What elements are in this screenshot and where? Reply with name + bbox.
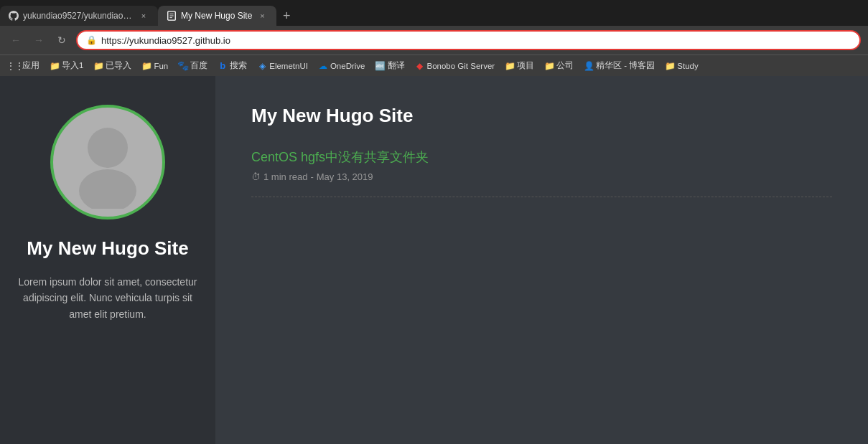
bookmarks-bar: ⋮⋮ 应用 📁 导入1 📁 已导入 📁 Fun 🐾 百度 b 搜索 ◈ Elem… [0, 55, 868, 76]
bookmark-import1-label: 导入1 [62, 60, 83, 71]
bookmark-project-label: 项目 [517, 60, 534, 71]
folder-icon-6: 📁 [665, 61, 675, 71]
forward-button[interactable]: → [30, 32, 47, 49]
elementui-icon: ◈ [257, 61, 267, 71]
forward-icon: → [34, 34, 44, 46]
bookmark-fun-label: Fun [154, 62, 168, 70]
tab-bar: yukundiao9527/yukundiao952... × My New H… [0, 0, 868, 26]
tab-github-label: yukundiao9527/yukundiao952... [23, 11, 134, 21]
folder-icon-1: 📁 [50, 61, 60, 71]
bookmark-imported[interactable]: 📁 已导入 [89, 59, 136, 72]
avatar-silhouette [61, 115, 154, 209]
sidebar: My New Hugo Site Lorem ipsum dolor sit a… [0, 76, 215, 444]
tab-hugo[interactable]: My New Hugo Site × [158, 6, 276, 26]
bookmark-company[interactable]: 📁 公司 [540, 59, 578, 72]
lock-icon: 🔒 [86, 35, 97, 45]
main-title: My New Hugo Site [251, 105, 832, 127]
bookmark-bsearch-label: 搜索 [230, 60, 247, 71]
bookmark-bonobo-label: Bonobo Git Server [427, 62, 495, 70]
post-read-time: 1 min read [263, 171, 307, 182]
page-icon [167, 11, 177, 21]
reload-icon: ↻ [57, 34, 66, 46]
new-tab-button[interactable]: + [276, 6, 297, 26]
post-title-1[interactable]: CentOS hgfs中没有共享文件夹 [251, 148, 832, 166]
bookmark-elementui[interactable]: ◈ ElemetnUI [253, 60, 312, 72]
folder-icon-4: 📁 [505, 61, 515, 71]
post-date: May 13, 2019 [317, 171, 373, 182]
svg-point-4 [88, 128, 128, 168]
bookmark-import1[interactable]: 📁 导入1 [45, 59, 88, 72]
tab-hugo-close[interactable]: × [256, 10, 268, 22]
url-text: https://yukundiao9527.github.io [101, 35, 851, 46]
bookmark-company-label: 公司 [556, 60, 574, 71]
browser-chrome: yukundiao9527/yukundiao952... × My New H… [0, 0, 868, 76]
svg-point-5 [79, 169, 136, 209]
bookmark-baidu[interactable]: 🐾 百度 [174, 59, 212, 72]
bookmark-onedrive-label: OneDrive [330, 62, 365, 70]
paw-icon: 🐾 [178, 61, 188, 71]
folder-icon-5: 📁 [544, 61, 554, 71]
folder-icon-3: 📁 [141, 61, 151, 71]
bookmark-imported-label: 已导入 [106, 60, 131, 71]
sidebar-description: Lorem ipsum dolor sit amet, consectetur … [0, 274, 215, 322]
onedrive-icon: ☁ [318, 61, 328, 71]
bookmark-project[interactable]: 📁 项目 [500, 59, 538, 72]
avatar [50, 105, 165, 219]
b-icon: b [218, 61, 228, 71]
tab-github-close[interactable]: × [138, 10, 149, 22]
page-content: My New Hugo Site Lorem ipsum dolor sit a… [0, 76, 868, 444]
bookmark-bonobo[interactable]: ◆ Bonobo Git Server [411, 60, 500, 72]
bookmark-elementui-label: ElemetnUI [269, 62, 308, 70]
bookmark-translate[interactable]: 🔤 翻译 [371, 59, 409, 72]
bookmark-fun[interactable]: 📁 Fun [137, 60, 172, 72]
reload-button[interactable]: ↻ [53, 32, 70, 49]
back-button[interactable]: ← [7, 32, 24, 49]
bookmark-study[interactable]: 📁 Study [661, 60, 702, 72]
github-icon [9, 11, 19, 21]
apps-icon: ⋮⋮ [10, 61, 20, 71]
back-icon: ← [11, 34, 21, 46]
bookmark-apps[interactable]: ⋮⋮ 应用 [6, 59, 44, 72]
bookmark-study-label: Study [677, 62, 698, 70]
main-content: My New Hugo Site CentOS hgfs中没有共享文件夹 ⏱ 1… [215, 76, 868, 444]
bookmark-apps-label: 应用 [22, 60, 39, 71]
post-meta-separator: - [310, 171, 313, 182]
bookmark-jinghua-label: 精华区 - 博客园 [596, 60, 655, 71]
bonobo-icon: ◆ [415, 61, 425, 71]
bookmark-baidu-label: 百度 [190, 60, 207, 71]
post-card-1: CentOS hgfs中没有共享文件夹 ⏱ 1 min read - May 1… [251, 148, 832, 197]
bookmark-b-search[interactable]: b 搜索 [213, 59, 251, 72]
sidebar-site-title: My New Hugo Site [27, 237, 188, 261]
folder-icon-2: 📁 [93, 61, 103, 71]
person-icon: 👤 [584, 61, 594, 71]
tab-hugo-label: My New Hugo Site [181, 11, 252, 21]
bookmark-translate-label: 翻译 [388, 60, 405, 71]
address-bar: ← → ↻ 🔒 https://yukundiao9527.github.io [0, 26, 868, 55]
translate-icon: 🔤 [375, 61, 386, 71]
post-meta-1: ⏱ 1 min read - May 13, 2019 [251, 171, 832, 182]
tab-github[interactable]: yukundiao9527/yukundiao952... × [0, 6, 158, 26]
url-input-box[interactable]: 🔒 https://yukundiao9527.github.io [76, 30, 861, 50]
bookmark-onedrive[interactable]: ☁ OneDrive [314, 60, 370, 72]
clock-icon: ⏱ [251, 171, 261, 182]
bookmark-jinghua[interactable]: 👤 精华区 - 博客园 [579, 59, 659, 72]
